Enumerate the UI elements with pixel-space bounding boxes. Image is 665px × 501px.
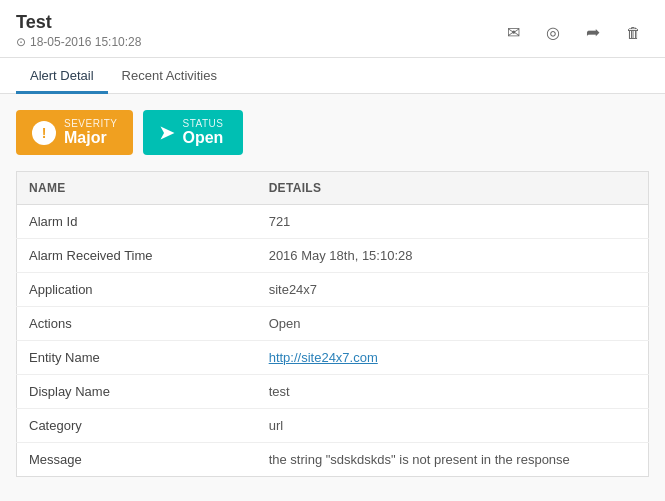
table-row: ActionsOpen xyxy=(17,307,649,341)
clock-icon: ⊙ xyxy=(16,35,26,49)
header-left: Test ⊙ 18-05-2016 15:10:28 xyxy=(16,12,141,49)
row-name-cell: Entity Name xyxy=(17,341,257,375)
status-badge: ➤ STATUS Open xyxy=(143,110,243,155)
delete-button[interactable]: 🗑 xyxy=(617,16,649,48)
severity-badge: ! SEVERITY Major xyxy=(16,110,133,155)
table-header-row: NAME DETAILS xyxy=(17,172,649,205)
col-header-name: NAME xyxy=(17,172,257,205)
row-details-cell: Open xyxy=(257,307,649,341)
row-name-cell: Application xyxy=(17,273,257,307)
severity-icon: ! xyxy=(32,121,56,145)
row-name-cell: Display Name xyxy=(17,375,257,409)
row-details-cell: test xyxy=(257,375,649,409)
table-row: Alarm Received Time2016 May 18th, 15:10:… xyxy=(17,239,649,273)
severity-label: SEVERITY xyxy=(64,118,117,129)
severity-text: SEVERITY Major xyxy=(64,118,117,147)
row-details-cell: 721 xyxy=(257,205,649,239)
row-name-cell: Actions xyxy=(17,307,257,341)
status-text: STATUS Open xyxy=(182,118,223,147)
forward-button[interactable]: ➦ xyxy=(577,16,609,48)
severity-value: Major xyxy=(64,129,117,147)
row-name-cell: Alarm Id xyxy=(17,205,257,239)
detail-table: NAME DETAILS Alarm Id721Alarm Received T… xyxy=(16,171,649,477)
row-name-cell: Category xyxy=(17,409,257,443)
header: Test ⊙ 18-05-2016 15:10:28 ✉ ◎ ➦ 🗑 xyxy=(0,0,665,58)
header-actions: ✉ ◎ ➦ 🗑 xyxy=(497,12,649,48)
col-header-details: DETAILS xyxy=(257,172,649,205)
row-details-cell[interactable]: http://site24x7.com xyxy=(257,341,649,375)
row-name-cell: Alarm Received Time xyxy=(17,239,257,273)
timestamp-text: 18-05-2016 15:10:28 xyxy=(30,35,141,49)
table-row: Messagethe string "sdskdskds" is not pre… xyxy=(17,443,649,477)
header-timestamp: ⊙ 18-05-2016 15:10:28 xyxy=(16,35,141,49)
tabs-bar: Alert Detail Recent Activities xyxy=(0,58,665,94)
tab-alert-detail[interactable]: Alert Detail xyxy=(16,58,108,94)
page-wrapper: Test ⊙ 18-05-2016 15:10:28 ✉ ◎ ➦ 🗑 Alert… xyxy=(0,0,665,501)
table-row: Display Nametest xyxy=(17,375,649,409)
refresh-button[interactable]: ◎ xyxy=(537,16,569,48)
tab-recent-activities[interactable]: Recent Activities xyxy=(108,58,231,94)
badges-row: ! SEVERITY Major ➤ STATUS Open xyxy=(16,110,649,155)
table-row: Applicationsite24x7 xyxy=(17,273,649,307)
row-details-cell: the string "sdskdskds" is not present in… xyxy=(257,443,649,477)
status-icon: ➤ xyxy=(159,122,174,144)
page-title: Test xyxy=(16,12,141,33)
row-details-cell: site24x7 xyxy=(257,273,649,307)
content-area: ! SEVERITY Major ➤ STATUS Open NAME DETA… xyxy=(0,94,665,501)
status-label: STATUS xyxy=(182,118,223,129)
row-name-cell: Message xyxy=(17,443,257,477)
status-value: Open xyxy=(182,129,223,147)
table-row: Alarm Id721 xyxy=(17,205,649,239)
table-row: Categoryurl xyxy=(17,409,649,443)
email-button[interactable]: ✉ xyxy=(497,16,529,48)
entity-link[interactable]: http://site24x7.com xyxy=(269,350,378,365)
table-row: Entity Namehttp://site24x7.com xyxy=(17,341,649,375)
row-details-cell: url xyxy=(257,409,649,443)
row-details-cell: 2016 May 18th, 15:10:28 xyxy=(257,239,649,273)
